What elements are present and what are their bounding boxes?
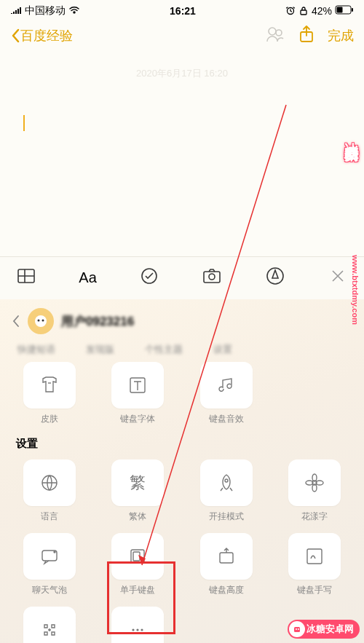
checklist-icon[interactable]	[139, 266, 159, 289]
avatar[interactable]	[28, 308, 54, 334]
svg-rect-3	[337, 7, 343, 13]
tab-shortcut[interactable]: 快捷短语	[17, 343, 55, 356]
signal-icon	[10, 5, 22, 17]
back-button[interactable]: 百度经验	[10, 27, 73, 44]
svg-point-37	[298, 628, 299, 630]
tile-label: 开挂模式	[209, 510, 244, 523]
chevron-left-icon	[10, 28, 20, 44]
tile-boost[interactable]: 开挂模式	[189, 459, 264, 523]
tile-fancy[interactable]: 花漾字	[277, 459, 353, 523]
wifi-icon	[68, 5, 80, 17]
note-editor[interactable]: 2020年6月17日 16:20	[0, 52, 364, 256]
tile-font[interactable]: 键盘字体	[100, 362, 176, 425]
svg-rect-29	[220, 553, 233, 563]
tile-label: 语言	[41, 510, 58, 523]
svg-point-32	[137, 628, 139, 631]
tile-height[interactable]: 键盘高度	[189, 533, 264, 596]
svg-point-16	[42, 320, 44, 322]
table-icon[interactable]	[16, 266, 36, 289]
svg-point-6	[276, 30, 282, 36]
svg-point-5	[269, 28, 276, 35]
tile-label: 繁体	[129, 510, 146, 523]
tile-label: 键盘高度	[209, 584, 244, 596]
username: 用户0923216	[61, 313, 134, 330]
tile-label: 皮肤	[41, 413, 58, 425]
watermark-badge: 冰糖安卓网	[288, 620, 360, 639]
note-timestamp: 2020年6月17日 16:20	[22, 67, 342, 80]
close-icon[interactable]	[328, 266, 348, 289]
carrier-label: 中国移动	[25, 4, 66, 17]
svg-point-31	[132, 628, 135, 631]
note-toolbar: Aa	[0, 256, 364, 299]
svg-rect-28	[133, 552, 140, 561]
tile-label: 聊天气泡	[32, 584, 67, 596]
svg-point-19	[225, 479, 228, 482]
tile-sound[interactable]: 键盘音效	[189, 362, 264, 425]
tile-label: 花漾字	[301, 510, 328, 523]
panel-tabs: 快捷短语 发现版 个性主题 设置	[12, 343, 352, 356]
alarm-icon	[285, 5, 296, 17]
camera-icon[interactable]	[202, 266, 222, 289]
battery-icon	[335, 5, 354, 17]
svg-rect-4	[352, 8, 353, 12]
svg-point-11	[209, 274, 215, 280]
tab-discover[interactable]: 发现版	[86, 343, 114, 356]
tile-skin[interactable]: 皮肤	[12, 362, 87, 425]
battery-percent: 42%	[312, 5, 332, 17]
nav-bar: 百度经验 完成	[0, 19, 364, 52]
status-bar: 中国移动 16:21 42%	[0, 0, 364, 19]
tile-language[interactable]: 语言	[12, 459, 87, 523]
share-icon[interactable]	[298, 25, 314, 47]
svg-point-36	[296, 628, 297, 630]
text-format-icon[interactable]: Aa	[79, 269, 96, 286]
watermark-domain-vertical: www.btxtdmy.com	[351, 255, 360, 325]
back-label: 百度经验	[20, 27, 73, 44]
svg-point-26	[54, 551, 55, 553]
tile-traditional[interactable]: 繁 繁体	[100, 459, 176, 523]
watermark-icon	[289, 621, 305, 637]
tile-label: 键盘字体	[120, 413, 155, 425]
keyboard-settings-panel: 用户0923216 快捷短语 发现版 个性主题 设置 皮肤 键盘字体 键盘音效 …	[0, 299, 364, 643]
svg-rect-1	[301, 10, 306, 15]
svg-point-33	[141, 628, 143, 631]
svg-point-15	[38, 320, 40, 322]
done-button[interactable]: 完成	[328, 27, 354, 44]
tile-onehand[interactable]: 单手键盘	[100, 533, 176, 596]
section-settings: 设置	[16, 437, 352, 451]
tile-label: 键盘音效	[209, 413, 244, 425]
tile-label: 键盘手写	[297, 584, 332, 596]
clock: 16:21	[170, 5, 196, 17]
tile-toolbar[interactable]: 定制工具栏	[12, 607, 87, 643]
markup-icon[interactable]	[265, 266, 285, 289]
panel-back-icon[interactable]	[12, 314, 20, 328]
tile-handwrite[interactable]: 键盘手写	[277, 533, 353, 596]
tile-more-settings[interactable]: 更多设置	[100, 607, 176, 643]
collaborate-icon[interactable]	[265, 25, 285, 46]
tile-bubble[interactable]: 聊天气泡	[12, 533, 87, 596]
svg-point-14	[35, 315, 47, 327]
watermark-text: 冰糖安卓网	[306, 623, 354, 636]
lock-icon	[298, 6, 309, 16]
tile-label: 单手键盘	[120, 584, 155, 596]
text-cursor	[23, 115, 25, 131]
tab-settings[interactable]: 设置	[213, 343, 232, 356]
tab-theme[interactable]: 个性主题	[145, 343, 183, 356]
watermark-brand-vertical: 冰糖安卓网	[342, 131, 362, 138]
